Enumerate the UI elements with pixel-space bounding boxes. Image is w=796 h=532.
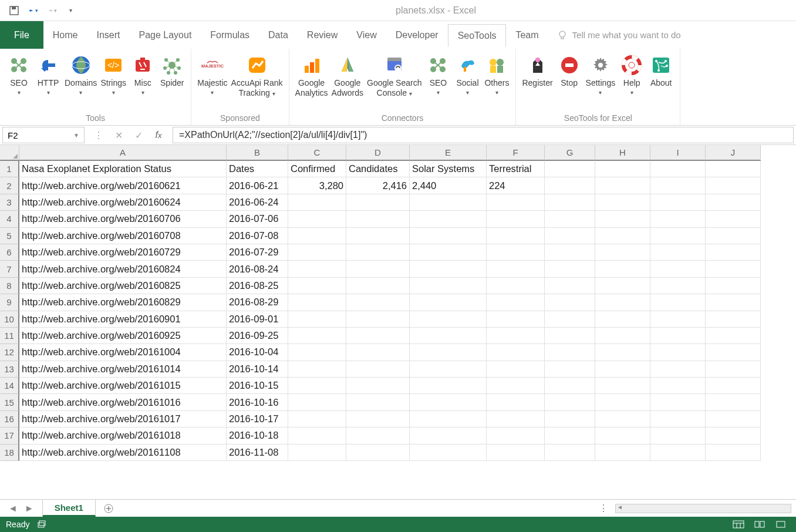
row-header-3[interactable]: 3 [0,194,19,211]
cell[interactable]: http://web.archive.org/web/20160824 [19,261,227,277]
ribbon-help[interactable]: Help▾ [618,51,646,98]
scroll-options-icon[interactable]: ⋮ [599,503,608,514]
row-header-14[interactable]: 14 [0,378,19,394]
cell[interactable] [595,177,650,194]
cell[interactable] [595,211,650,227]
ribbon-social[interactable]: Social▾ [453,51,481,98]
cell[interactable] [595,228,650,244]
cell[interactable] [650,445,706,461]
cell[interactable] [595,244,650,261]
ribbon-seo[interactable]: SEO▾ [5,51,33,98]
cell[interactable]: http://web.archive.org/web/20161014 [19,361,227,378]
formula-input[interactable]: =XPathOnUrl(A2;"//section[2]/a/ul/li[4]/… [173,127,794,143]
cell[interactable] [650,411,706,427]
cell[interactable] [410,361,487,378]
cell[interactable]: Confirmed [288,161,346,177]
cell[interactable]: 2,440 [410,177,487,194]
next-sheet-icon[interactable]: ► [25,503,34,514]
cell[interactable] [346,378,410,394]
cell[interactable] [650,211,706,227]
cell[interactable] [487,294,545,311]
cell[interactable] [288,211,346,227]
ribbon-strings[interactable]: </>Strings▾ [99,51,127,98]
cell[interactable]: 2016-06-21 [227,177,288,194]
cell[interactable] [595,261,650,277]
cell[interactable] [650,161,706,177]
cell[interactable]: http://web.archive.org/web/20160925 [19,328,227,344]
cell[interactable]: 2016-07-08 [227,228,288,244]
cell[interactable] [487,394,545,410]
row-header-4[interactable]: 4 [0,211,19,227]
cell[interactable] [650,394,706,410]
cell[interactable] [595,361,650,378]
cell[interactable] [706,261,761,277]
cell[interactable] [410,261,487,277]
ribbon-accuapi-rank-tracking[interactable]: AccuApi RankTracking ▾ [230,51,284,100]
cell[interactable] [346,344,410,361]
row-header-18[interactable]: 18 [0,445,19,461]
cell[interactable] [346,427,410,444]
cell[interactable]: http://web.archive.org/web/20161108 [19,445,227,461]
ribbon-about[interactable]: About [647,51,675,90]
cell[interactable] [410,394,487,410]
cell[interactable]: 2016-08-25 [227,278,288,294]
cell[interactable] [487,261,545,277]
cell[interactable] [288,411,346,427]
cell[interactable] [288,328,346,344]
horizontal-scrollbar[interactable] [615,504,791,513]
ribbon-others[interactable]: Others▾ [483,51,511,98]
cell[interactable] [288,294,346,311]
tab-insert[interactable]: Insert [87,23,129,46]
cell[interactable] [545,394,595,410]
row-header-5[interactable]: 5 [0,228,19,244]
cell[interactable]: 2016-08-24 [227,261,288,277]
cell[interactable] [706,344,761,361]
cell[interactable] [706,394,761,410]
cell[interactable] [487,427,545,444]
cell[interactable] [595,427,650,444]
cell[interactable] [595,411,650,427]
cell[interactable] [410,311,487,328]
cell[interactable] [650,427,706,444]
cell[interactable]: Solar Systems [410,161,487,177]
cell[interactable] [650,228,706,244]
cell[interactable] [650,361,706,378]
cell[interactable] [487,344,545,361]
fx-icon[interactable]: fx [154,130,163,140]
cell[interactable]: 2016-10-14 [227,361,288,378]
cell[interactable] [706,211,761,227]
ribbon-settings[interactable]: Settings▾ [585,51,617,98]
col-header-I[interactable]: I [650,145,706,161]
cell[interactable]: http://web.archive.org/web/20160825 [19,278,227,294]
col-header-J[interactable]: J [706,145,761,161]
name-box[interactable]: F2 ▼ [2,127,85,143]
cells-grid[interactable]: Nasa Exoplanet Exploration StatusDatesCo… [19,161,761,461]
enter-icon[interactable]: ✓ [134,130,143,140]
row-header-15[interactable]: 15 [0,394,19,410]
cell[interactable] [545,161,595,177]
row-header-13[interactable]: 13 [0,361,19,378]
ribbon-google-analytics[interactable]: GoogleAnalytics [294,51,329,100]
cell[interactable]: http://web.archive.org/web/20161004 [19,344,227,361]
cell[interactable] [410,328,487,344]
row-header-10[interactable]: 10 [0,311,19,328]
ribbon-seo[interactable]: SEO▾ [424,51,452,98]
cell[interactable] [545,294,595,311]
cell[interactable] [288,427,346,444]
cell[interactable] [650,177,706,194]
cell[interactable] [650,328,706,344]
cell[interactable]: 2016-10-16 [227,394,288,410]
cell[interactable]: 2016-10-15 [227,378,288,394]
cell[interactable] [487,361,545,378]
tab-developer[interactable]: Developer [386,23,448,46]
cell[interactable] [487,411,545,427]
cell[interactable] [545,177,595,194]
cell[interactable] [288,445,346,461]
cell[interactable] [650,244,706,261]
cell[interactable] [706,411,761,427]
tab-view[interactable]: View [347,23,386,46]
col-header-B[interactable]: B [227,145,288,161]
tab-seotools[interactable]: SeoTools [448,24,507,47]
row-header-8[interactable]: 8 [0,278,19,294]
cell[interactable] [706,244,761,261]
